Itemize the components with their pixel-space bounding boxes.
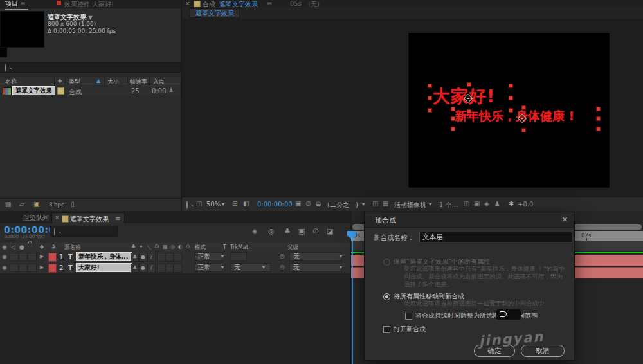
parent-pickwhip-icon[interactable]: ◎ (280, 264, 285, 270)
chevron-down-icon[interactable]: ▼ (88, 15, 92, 21)
panel-menu-icon[interactable]: ≡ (20, 0, 25, 7)
collapse-toggle[interactable]: ● (139, 264, 147, 273)
layer-name[interactable]: 大家好! (76, 263, 132, 272)
view-layout-select[interactable]: 1 个… (439, 201, 458, 210)
sort-arrow-icon[interactable]: ▲ (96, 78, 100, 84)
selection-handle[interactable] (428, 96, 432, 100)
mode-column[interactable]: 模式 (195, 244, 206, 251)
current-time[interactable]: 0:00:00:00 (257, 201, 293, 208)
close-icon[interactable]: × (185, 0, 190, 6)
chevron-down-icon[interactable]: ▾ (222, 201, 224, 207)
roi-icon[interactable]: ◫ (372, 200, 378, 207)
selection-handle[interactable] (521, 105, 526, 110)
audio-toggle[interactable] (10, 264, 19, 272)
breadcrumb[interactable]: 遮罩文字效果 (190, 8, 240, 18)
parent-column[interactable]: 父级 (287, 244, 298, 251)
col-type[interactable]: 类型 (69, 78, 80, 86)
selection-handle[interactable] (521, 128, 526, 132)
chevron-down-icon[interactable]: ▾ (221, 264, 224, 270)
chevron-down-icon[interactable]: ▾ (340, 253, 342, 259)
frame-blend-toggle[interactable] (165, 264, 174, 273)
col-in[interactable]: 入点 (153, 78, 165, 86)
comp-mini-flowchart-icon[interactable]: ◈ (252, 227, 257, 235)
selection-handle[interactable] (451, 127, 455, 131)
expand-arrow-icon[interactable]: ▶ (40, 264, 44, 270)
trkmat-select[interactable] (230, 252, 247, 261)
col-size[interactable]: 大小 (107, 78, 119, 86)
fx-toggle[interactable] (157, 264, 165, 273)
chevron-down-icon[interactable]: ▾ (262, 264, 265, 270)
fx-switch-icon[interactable]: fx (154, 243, 159, 249)
solo-column-icon[interactable]: ● (19, 244, 24, 250)
trkmat-t-column[interactable]: T (223, 244, 226, 250)
frame-blending-icon[interactable]: ▣ (298, 227, 305, 235)
checkbox-open-new-comp[interactable] (383, 326, 390, 333)
new-composition-icon[interactable]: ▣ (33, 201, 39, 208)
selection-handle[interactable] (451, 107, 455, 111)
shy-switch-icon[interactable]: ♣ (131, 244, 136, 250)
trash-icon[interactable]: ▯ (71, 201, 75, 208)
pixel-aspect-icon[interactable]: ◫ (464, 200, 469, 207)
tab-render-queue[interactable]: 渲染队列 (23, 214, 49, 223)
blend-mode-select[interactable]: 正常 (194, 263, 222, 272)
label-color-chip[interactable] (57, 87, 64, 95)
tab-effect-controls[interactable]: 效果控件 大家好! (64, 0, 114, 9)
show-snapshot-icon[interactable]: ∅ (305, 200, 311, 207)
video-column-icon[interactable]: ◉ (2, 244, 7, 250)
quality-switch-icon[interactable]: ＼ (147, 244, 152, 251)
selection-handle[interactable] (596, 127, 601, 131)
canvas-text-line2[interactable]: 新年快乐，身体健康 ! (455, 108, 574, 125)
label-column-icon[interactable]: ◆ (40, 244, 44, 250)
selection-handle[interactable] (509, 96, 513, 100)
project-search[interactable] (0, 62, 181, 73)
comp-flow-icon[interactable]: ♟ (494, 200, 500, 207)
grid-guides-icon[interactable]: ⊞ (232, 200, 237, 207)
chevron-down-icon[interactable]: ▾ (362, 201, 365, 207)
adjustment-switch-icon[interactable]: ◐ (178, 244, 183, 250)
tab-timeline-comp[interactable]: × 遮罩文字效果 ≡ (51, 212, 125, 224)
selection-handle[interactable] (428, 84, 432, 88)
snapshot-icon[interactable]: ▣ (295, 200, 301, 207)
motion-blur-icon[interactable]: ∅ (312, 227, 319, 235)
expand-arrow-icon[interactable]: ▶ (40, 253, 44, 259)
eye-icon[interactable]: ◉ (2, 253, 7, 260)
checkbox-adjust-duration[interactable] (405, 313, 412, 320)
exposure-value[interactable]: +0.0 (518, 201, 533, 208)
magnification-value[interactable]: 50% (206, 201, 221, 208)
draft-3d-icon[interactable]: ◎ (268, 227, 275, 235)
camera-select[interactable]: 活动摄像机 (394, 201, 426, 210)
layer-row[interactable]: ◉ ▶ 2 T 大家好! ♣ ● / 正常 ▾ 无 ▾ ◎ 无 ▾ (0, 262, 350, 274)
parent-select[interactable]: 无 (289, 252, 341, 261)
selection-handle[interactable] (467, 82, 471, 87)
project-row-composition[interactable]: 遮罩文字效果 合成 25 0:00 ♟ (0, 86, 181, 96)
chevron-down-icon[interactable]: ▾ (221, 253, 224, 259)
bpc-button[interactable]: 8 bpc (49, 201, 64, 208)
selection-handle[interactable] (596, 107, 601, 111)
chevron-down-icon[interactable]: ▾ (340, 264, 342, 270)
transparency-grid-icon[interactable]: ▦ (383, 200, 388, 207)
fast-preview-icon[interactable]: ▣ (474, 200, 480, 207)
audio-toggle[interactable] (10, 253, 19, 261)
parent-select[interactable]: 无 (289, 263, 341, 272)
frame-blend-toggle[interactable] (165, 253, 174, 262)
label-color-chip[interactable] (48, 253, 57, 262)
timeline-button-icon[interactable]: ◈ (484, 200, 489, 207)
chevron-down-icon[interactable]: ▾ (429, 201, 431, 207)
channel-rgb-icon[interactable]: ◒ (316, 200, 322, 207)
radio-move-attributes[interactable] (383, 293, 390, 300)
number-column[interactable]: # (51, 244, 56, 250)
zoom-tool-icon[interactable] (186, 201, 188, 209)
solo-toggle[interactable] (19, 253, 28, 261)
exposure-icon[interactable]: ✱ (509, 200, 514, 207)
close-icon[interactable]: × (561, 214, 568, 224)
lock-toggle[interactable] (28, 253, 37, 261)
blend-mode-select[interactable]: 正常 (194, 252, 222, 261)
new-comp-name-input[interactable] (419, 232, 572, 242)
fx-toggle[interactable] (157, 253, 165, 262)
layer-row[interactable]: ◉ ▶ 1 T 新年快乐，身体... ♣ ● / 正常 ▾ ◎ 无 ▾ (0, 251, 350, 263)
layer-name[interactable]: 新年快乐，身体... (76, 252, 132, 261)
interpret-footage-icon[interactable]: ▤ (5, 201, 11, 208)
collapse-toggle[interactable]: ● (139, 253, 147, 262)
col-name[interactable]: 名称 (5, 78, 17, 86)
selection-handle[interactable] (428, 108, 432, 113)
